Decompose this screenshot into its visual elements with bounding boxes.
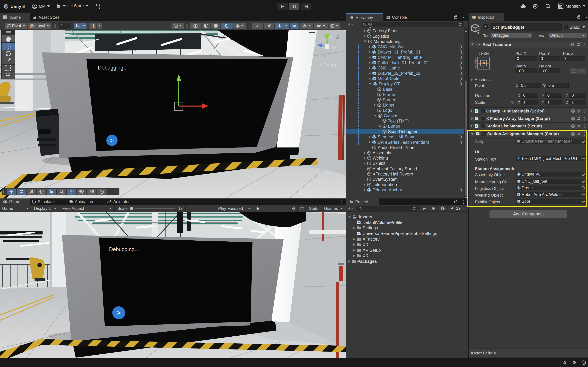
svg-text:Y: Y bbox=[78, 25, 79, 28]
svg-text:< Persp: < Persp bbox=[319, 62, 336, 68]
svg-text:>: > bbox=[110, 137, 114, 144]
svg-text:y: y bbox=[330, 33, 332, 38]
svg-text:>: > bbox=[117, 309, 121, 316]
svg-text:z: z bbox=[314, 43, 316, 48]
svg-text:Debugging...: Debugging... bbox=[109, 246, 139, 252]
svg-text:Debugging...: Debugging... bbox=[98, 65, 128, 71]
